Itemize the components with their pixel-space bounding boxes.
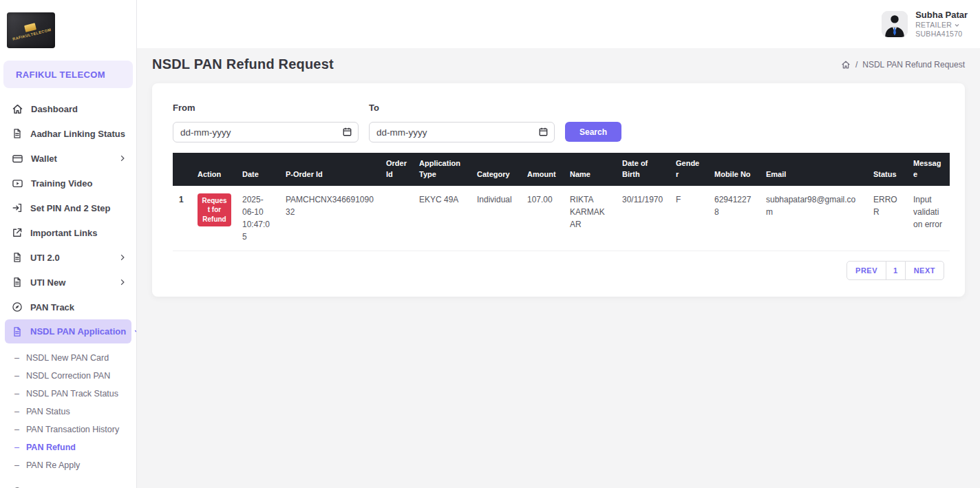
cell-message: Input validation error [907,186,950,251]
col-header-message: Message [907,153,950,186]
col-header-application-type: Application Type [413,153,471,186]
sidebar-item-nsdl-pan-application[interactable]: NSDL PAN Application [5,319,131,343]
col-header-name: Name [564,153,616,186]
chevron-right-icon [118,278,127,286]
prev-page-button[interactable]: PREV [846,261,886,280]
table-row: 1 Request for Refund 2025-06-10 10:47:05… [173,186,950,251]
sidebar-subitem-nsdl-pan-track-status[interactable]: NSDL PAN Track Status [0,385,136,403]
col-header-date: Date [236,153,279,186]
from-date-input[interactable] [173,122,359,142]
dash-icon [14,353,19,363]
chevron-down-icon [954,22,960,28]
col-header-p-order-id: P-Order Id [279,153,380,186]
pagination: PREV 1 NEXT [173,261,944,280]
document-icon [12,277,23,288]
cell-p-order-id: PAMCHCNX34669109032 [279,186,380,251]
search-button[interactable]: Search [565,122,621,142]
table-header-row: Action Date P-Order Id Order Id Applicat… [173,153,950,186]
dash-icon [14,371,19,381]
sidebar-item-pan-track[interactable]: PAN Track [0,295,136,319]
sidebar-item-label: Training Video [31,178,92,189]
cell-application-type: EKYC 49A [413,186,471,251]
sidebar-item-label: Wallet [31,153,57,164]
avatar[interactable] [882,11,908,37]
dash-icon [14,407,19,416]
sidebar-item-important-links[interactable]: Important Links [0,220,136,245]
to-date-label: To [369,103,555,113]
dash-icon [14,425,19,434]
sidebar-item-set-pin[interactable]: Set PIN And 2 Step [0,195,136,220]
cell-mobile: 629412278 [708,186,760,251]
user-menu[interactable]: Subha Patar RETAILER SUBHA41570 [915,10,968,39]
sidebar-item-aadhar-linking-status[interactable]: Aadhar Linking Status [0,121,136,146]
sidebar-item-label: Set PIN And 2 Step [30,203,111,213]
cell-amount: 107.00 [521,186,564,251]
home-icon [12,103,23,115]
document-icon [12,252,23,263]
brand-name: RAFIKUL TELECOM [16,70,105,80]
cell-date: 2025-06-10 10:47:05 [236,186,279,251]
col-header-dob: Date of Birth [616,153,670,186]
external-link-icon [12,227,23,238]
breadcrumb-separator: / [855,60,858,70]
sidebar-subitem-label: PAN Refund [26,443,76,452]
sidebar-item-training-video[interactable]: Training Video [0,171,136,195]
refund-table: Action Date P-Order Id Order Id Applicat… [173,153,950,251]
sidebar-subitem-label: PAN Transaction History [26,425,119,434]
request-refund-button[interactable]: Request for Refund [198,193,231,227]
sidebar: RAFIKULTELECOM RAFIKUL TELECOM Dashboard… [0,0,137,488]
cell-order-id [380,186,413,251]
sidebar-item-uti-new[interactable]: UTI New [0,270,136,295]
sidebar-item-label: UTI 2.0 [30,253,60,263]
col-header-order-id: Order Id [380,153,413,186]
home-icon[interactable] [841,60,851,70]
sidebar-nav: Dashboard Aadhar Linking Status Wallet T… [0,96,136,488]
from-date-label: From [173,103,359,113]
sidebar-subitem-pan-transaction-history[interactable]: PAN Transaction History [0,421,136,438]
sidebar-item-pan-document[interactable]: PAN Document [0,480,136,488]
sidebar-item-label: UTI New [30,277,65,288]
to-date-input[interactable] [369,122,555,142]
sidebar-subitem-pan-re-apply[interactable]: PAN Re Apply [0,456,136,474]
sidebar-subitem-pan-refund[interactable]: PAN Refund [0,438,136,456]
col-header-gender: Gender [670,153,708,186]
content-area: NSDL PAN Refund Request / NSDL PAN Refun… [137,48,980,488]
sidebar-subitem-label: PAN Re Apply [26,460,80,470]
cell-dob: 30/11/1970 [616,186,670,251]
video-icon [12,178,23,189]
sidebar-subitem-label: NSDL PAN Track Status [26,389,118,399]
brand-logo-image: RAFIKULTELECOM [7,12,55,48]
cell-gender: F [670,186,708,251]
cell-email: subhapatar98@gmail.com [760,186,867,251]
top-header: Subha Patar RETAILER SUBHA41570 [137,0,980,48]
sidebar-subitem-nsdl-correction-pan[interactable]: NSDL Correction PAN [0,367,136,385]
col-header-mobile: Mobile No [708,153,760,186]
brand-name-badge[interactable]: RAFIKUL TELECOM [3,61,133,88]
sidebar-item-dashboard[interactable]: Dashboard [0,96,136,121]
sidebar-subitem-pan-status[interactable]: PAN Status [0,403,136,421]
sidebar-item-uti-20[interactable]: UTI 2.0 [0,245,136,270]
next-page-button[interactable]: NEXT [905,261,944,280]
col-header-category: Category [471,153,521,186]
login-arrow-icon [12,202,23,213]
user-name: Subha Patar [915,10,968,21]
dash-icon [14,460,19,470]
document-icon [12,128,23,139]
col-header-status: Status [867,153,907,186]
breadcrumb: / NSDL PAN Refund Request [841,60,965,70]
sidebar-item-label: NSDL PAN Application [30,326,126,337]
sidebar-subitem-label: PAN Status [26,407,70,416]
col-header-action: Action [191,153,236,186]
page-title: NSDL PAN Refund Request [152,56,334,72]
sidebar-item-wallet[interactable]: Wallet [0,146,136,171]
chevron-right-icon [118,154,127,162]
col-header-email: Email [760,153,867,186]
dash-icon [14,443,19,452]
sidebar-item-label: Aadhar Linking Status [30,129,125,139]
page-number-button[interactable]: 1 [886,261,906,280]
sidebar-subitem-nsdl-new-pan-card[interactable]: NSDL New PAN Card [0,349,136,367]
compass-icon [12,301,23,312]
col-header-amount: Amount [521,153,564,186]
sidebar-item-label: Important Links [30,228,98,238]
sidebar-item-label: Dashboard [31,104,78,114]
